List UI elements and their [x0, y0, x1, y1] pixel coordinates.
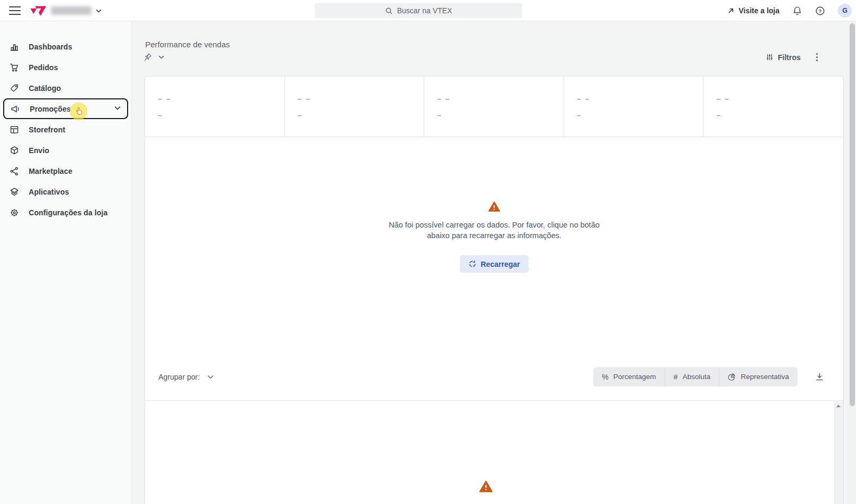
search-placeholder: Buscar na VTEX	[397, 6, 452, 15]
sidebar-item-envio[interactable]: Envio	[0, 140, 131, 161]
sidebar-item-storefront[interactable]: Storefront	[0, 119, 131, 140]
sales-performance-card: – – – – – – – – – – – – – – –	[145, 76, 844, 504]
account-switcher[interactable]	[51, 6, 102, 15]
visit-store-label: Visite a loja	[738, 6, 779, 15]
kpi-card: – – –	[285, 77, 425, 137]
box-icon	[10, 146, 19, 155]
vtex-logo	[30, 4, 47, 18]
layers-icon	[10, 187, 19, 197]
panel-scrollbar[interactable]	[834, 401, 843, 504]
download-icon[interactable]	[815, 372, 824, 381]
kpi-value-placeholder: – –	[437, 95, 564, 103]
bar-chart-icon	[10, 42, 19, 52]
reload-button[interactable]: Recarregar	[460, 255, 528, 273]
sidebar-item-label: Pedidos	[29, 63, 58, 72]
sidebar-item-label: Envio	[29, 146, 49, 155]
avatar-initial: G	[842, 7, 847, 14]
vtex-admin-window: Buscar na VTEX Visite a loja	[0, 0, 856, 504]
view-label: Representativa	[741, 373, 789, 381]
chevron-down-icon	[96, 9, 102, 13]
pin-icon[interactable]	[143, 53, 152, 62]
kpi-delta-placeholder: –	[716, 111, 843, 120]
click-highlight	[70, 103, 87, 120]
view-label: Porcentagem	[614, 373, 656, 381]
sidebar-item-label: Promoções	[30, 105, 71, 113]
kpi-value-placeholder: – –	[577, 95, 703, 103]
group-by-select[interactable]: Agrupar por:	[158, 373, 214, 381]
kpi-card: – – –	[424, 77, 564, 137]
tag-icon	[10, 83, 19, 93]
hand-cursor-icon	[74, 106, 84, 116]
kpi-card: – – –	[703, 77, 843, 137]
page-title: Performance de vendas	[145, 40, 230, 49]
sidebar-item-label: Storefront	[29, 125, 65, 134]
sidebar-item-promocoes[interactable]: Promoções	[3, 98, 128, 119]
chevron-down-icon[interactable]	[114, 106, 121, 110]
sidebar-item-configuracoes[interactable]: Configurações da loja	[0, 202, 131, 223]
group-by-label: Agrupar por:	[158, 373, 200, 381]
view-percentage-button[interactable]: % Porcentagem	[593, 367, 665, 387]
chart-error-zone: Não foi possível carregar os dados. Por …	[145, 137, 843, 353]
cart-icon	[10, 63, 19, 72]
megaphone-icon	[11, 104, 20, 114]
sliders-icon	[766, 53, 774, 61]
avatar[interactable]: G	[838, 4, 852, 18]
notifications-button[interactable]	[792, 6, 802, 16]
sidebar: Dashboards Pedidos Catálogo	[0, 21, 132, 504]
svg-text:?: ?	[819, 7, 822, 13]
page-scrollbar[interactable]	[849, 21, 856, 504]
sidebar-item-dashboards[interactable]: Dashboards	[0, 36, 131, 57]
search-icon	[385, 7, 393, 15]
help-button[interactable]: ?	[815, 6, 825, 16]
kpi-delta-placeholder: –	[437, 111, 564, 120]
hash-icon: #	[674, 373, 678, 381]
layout-icon	[10, 125, 19, 135]
pie-chart-icon	[728, 373, 736, 381]
arrow-up-right-icon	[727, 7, 735, 15]
more-options-icon[interactable]	[815, 52, 819, 63]
refresh-icon	[468, 260, 476, 268]
grouped-chart-panel	[145, 401, 843, 504]
filters-button[interactable]: Filtros	[766, 53, 801, 62]
group-toolbar: Agrupar por: % Porcentagem # Absoluta	[145, 353, 843, 401]
percent-icon: %	[602, 373, 608, 381]
kpi-value-placeholder: – –	[298, 95, 424, 103]
kpi-card: – – –	[564, 77, 704, 137]
chevron-down-icon	[207, 375, 214, 379]
kpi-card: – – –	[145, 77, 285, 137]
sidebar-item-label: Dashboards	[29, 43, 72, 51]
kpi-value-placeholder: – –	[716, 95, 843, 103]
view-representative-button[interactable]: Representativa	[719, 367, 798, 387]
topbar: Buscar na VTEX Visite a loja	[0, 0, 856, 21]
kpi-row: – – – – – – – – – – – – – – –	[145, 77, 843, 137]
sidebar-item-label: Catálogo	[29, 84, 61, 93]
warning-icon	[488, 201, 500, 212]
scroll-up-arrow-icon[interactable]	[836, 405, 841, 407]
kpi-delta-placeholder: –	[577, 111, 703, 120]
gear-icon	[10, 208, 19, 217]
sidebar-item-label: Marketplace	[29, 167, 72, 175]
warning-icon	[479, 480, 493, 493]
sidebar-item-aplicativos[interactable]: Aplicativos	[0, 181, 131, 202]
kpi-delta-placeholder: –	[158, 111, 284, 120]
scrollbar-thumb[interactable]	[850, 23, 855, 406]
view-mode-segmented-control: % Porcentagem # Absoluta Representativa	[593, 367, 798, 387]
sidebar-item-pedidos[interactable]: Pedidos	[0, 57, 131, 78]
kpi-delta-placeholder: –	[298, 111, 424, 120]
visit-store-button[interactable]: Visite a loja	[727, 6, 779, 15]
sidebar-item-catalogo[interactable]: Catálogo	[0, 78, 131, 98]
menu-icon[interactable]	[9, 6, 21, 15]
error-message: Não foi possível carregar os dados. Por …	[389, 220, 600, 241]
sidebar-item-label: Configurações da loja	[29, 208, 107, 217]
sidebar-item-label: Aplicativos	[29, 188, 69, 196]
search-input[interactable]: Buscar na VTEX	[315, 3, 522, 18]
filters-label: Filtros	[778, 53, 801, 62]
view-label: Absoluta	[683, 373, 711, 381]
kpi-value-placeholder: – –	[158, 95, 284, 103]
view-absolute-button[interactable]: # Absoluta	[665, 367, 719, 387]
share-icon	[10, 166, 19, 176]
account-name-redacted	[51, 6, 91, 15]
reload-label: Recarregar	[481, 260, 520, 268]
chevron-down-icon[interactable]	[158, 55, 164, 59]
sidebar-item-marketplace[interactable]: Marketplace	[0, 161, 131, 181]
